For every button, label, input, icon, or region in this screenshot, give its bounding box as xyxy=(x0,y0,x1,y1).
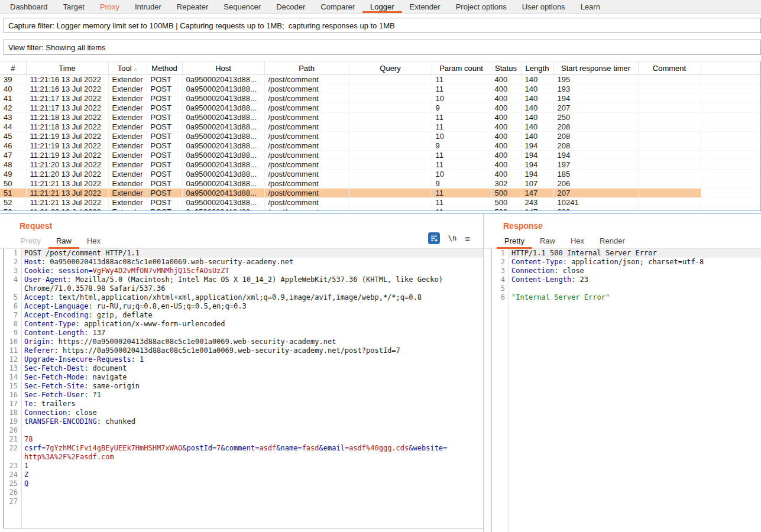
cell-comment[interactable] xyxy=(638,113,701,122)
cell-status[interactable]: 500 xyxy=(491,198,521,207)
cell-method[interactable]: POST xyxy=(147,132,182,141)
cell-time[interactable]: 11:21:18 13 Jul 2022 xyxy=(26,113,108,122)
cell-time[interactable]: 11:21:16 13 Jul 2022 xyxy=(26,85,108,94)
cell-method[interactable]: POST xyxy=(147,179,182,189)
cell-length[interactable]: 140 xyxy=(521,103,553,113)
menu-tab-intruder[interactable]: Intruder xyxy=(127,0,169,13)
cell-query[interactable] xyxy=(349,151,432,160)
cell-start-response-timer[interactable]: 250 xyxy=(553,113,638,122)
cell-method[interactable]: POST xyxy=(147,170,182,179)
cell-tool[interactable]: Extender xyxy=(108,160,147,170)
cell-path[interactable]: /post/comment xyxy=(264,151,349,160)
cell-tool[interactable]: Extender xyxy=(108,103,147,113)
cell-query[interactable] xyxy=(349,189,432,198)
cell-path[interactable]: /post/comment xyxy=(264,94,349,103)
log-row-41[interactable]: 4111:21:17 13 Jul 2022ExtenderPOST0a9500… xyxy=(0,94,760,103)
column-header-method[interactable]: Method xyxy=(147,61,182,75)
cell-query[interactable] xyxy=(349,179,432,189)
cell-status[interactable]: 400 xyxy=(491,94,521,103)
cell--[interactable]: 39 xyxy=(0,75,26,85)
cell-query[interactable] xyxy=(349,103,432,113)
column-header-comment[interactable]: Comment xyxy=(638,61,701,75)
cell-host[interactable]: 0a9500020413d88... xyxy=(182,141,264,151)
cell-status[interactable]: 400 xyxy=(491,141,521,151)
column-header-start-response-timer[interactable]: Start response timer xyxy=(553,61,638,75)
cell-time[interactable]: 11:21:19 13 Jul 2022 xyxy=(26,151,108,160)
cell-method[interactable]: POST xyxy=(147,141,182,151)
cell--[interactable]: 53 xyxy=(0,207,26,211)
cell-start-response-timer[interactable]: 197 xyxy=(553,160,638,170)
cell-host[interactable]: 0a9500020413d88... xyxy=(182,85,264,94)
cell-start-response-timer[interactable]: 208 xyxy=(553,132,638,141)
cell-status[interactable]: 400 xyxy=(491,113,521,122)
log-row-51[interactable]: 5111:21:21 13 Jul 2022ExtenderPOST0a9500… xyxy=(0,189,760,198)
cell-query[interactable] xyxy=(349,132,432,141)
menu-tab-repeater[interactable]: Repeater xyxy=(169,0,216,13)
cell-path[interactable]: /post/comment xyxy=(264,75,349,85)
cell-host[interactable]: 0a9500020413d88... xyxy=(182,198,264,207)
cell-host[interactable]: 0a9500020413d88... xyxy=(182,189,264,198)
cell-param-count[interactable]: 11 xyxy=(432,207,491,211)
cell-method[interactable]: POST xyxy=(147,75,182,85)
view-filter-bar[interactable]: View filter: Showing all items xyxy=(4,40,761,55)
menu-tab-proxy[interactable]: Proxy xyxy=(92,0,127,13)
column-header-tool[interactable]: Tool∧ xyxy=(108,61,147,75)
response-tab-pretty[interactable]: Pretty xyxy=(497,233,532,249)
cell-length[interactable]: 194 xyxy=(521,141,553,151)
cell-param-count[interactable]: 11 xyxy=(432,122,491,132)
cell-tool[interactable]: Extender xyxy=(108,179,147,189)
cell--[interactable]: 49 xyxy=(0,170,26,179)
cell-time[interactable]: 11:21:18 13 Jul 2022 xyxy=(26,122,108,132)
cell-status[interactable]: 500 xyxy=(491,207,521,211)
cell-path[interactable]: /post/comment xyxy=(264,170,349,179)
cell-path[interactable]: /post/comment xyxy=(264,198,349,207)
cell--[interactable]: 42 xyxy=(0,103,26,113)
cell-status[interactable]: 400 xyxy=(491,103,521,113)
cell-path[interactable]: /post/comment xyxy=(264,122,349,132)
cell-comment[interactable] xyxy=(638,75,701,85)
cell-time[interactable]: 11:21:17 13 Jul 2022 xyxy=(26,103,108,113)
cell-query[interactable] xyxy=(349,160,432,170)
cell-query[interactable] xyxy=(349,113,432,122)
cell-time[interactable]: 11:21:22 13 Jul 2022 xyxy=(26,207,108,211)
cell-host[interactable]: 0a9500020413d88... xyxy=(182,122,264,132)
cell-length[interactable]: 107 xyxy=(521,179,553,189)
capture-filter-bar[interactable]: Capture filter: Logger memory limit set … xyxy=(4,18,761,33)
cell-param-count[interactable]: 10 xyxy=(432,94,491,103)
cell-param-count[interactable]: 9 xyxy=(432,103,491,113)
cell-method[interactable]: POST xyxy=(147,122,182,132)
cell-status[interactable]: 302 xyxy=(491,179,521,189)
cell-tool[interactable]: Extender xyxy=(108,151,147,160)
cell-query[interactable] xyxy=(349,94,432,103)
column-header-status[interactable]: Status xyxy=(491,61,521,75)
cell-tool[interactable]: Extender xyxy=(108,170,147,179)
cell-tool[interactable]: Extender xyxy=(108,113,147,122)
cell-method[interactable]: POST xyxy=(147,113,182,122)
cell--[interactable]: 51 xyxy=(0,189,26,198)
response-tab-raw[interactable]: Raw xyxy=(532,233,563,249)
cell-time[interactable]: 11:21:21 13 Jul 2022 xyxy=(26,179,108,189)
cell-method[interactable]: POST xyxy=(147,160,182,170)
cell-length[interactable]: 140 xyxy=(521,85,553,94)
cell-status[interactable]: 500 xyxy=(491,189,521,198)
cell-length[interactable]: 194 xyxy=(521,160,553,170)
cell--[interactable]: 44 xyxy=(0,122,26,132)
cell-start-response-timer[interactable]: 207 xyxy=(553,103,638,113)
log-row-50[interactable]: 5011:21:21 13 Jul 2022ExtenderPOST0a9500… xyxy=(0,179,760,189)
cell--[interactable]: 50 xyxy=(0,179,26,189)
cell-comment[interactable] xyxy=(638,189,701,198)
cell-tool[interactable]: Extender xyxy=(108,189,147,198)
cell-query[interactable] xyxy=(349,170,432,179)
cell-tool[interactable]: Extender xyxy=(108,132,147,141)
cell-method[interactable]: POST xyxy=(147,198,182,207)
cell-start-response-timer[interactable]: 206 xyxy=(553,179,638,189)
cell-query[interactable] xyxy=(349,141,432,151)
request-editor[interactable]: 1POST /post/comment HTTP/1.12Host: 0a950… xyxy=(4,249,483,528)
cell--[interactable]: 45 xyxy=(0,132,26,141)
cell-status[interactable]: 400 xyxy=(491,122,521,132)
cell-comment[interactable] xyxy=(638,103,701,113)
cell-param-count[interactable]: 11 xyxy=(432,189,491,198)
menu-tab-user-options[interactable]: User options xyxy=(514,0,573,13)
cell-path[interactable]: /post/comment xyxy=(264,113,349,122)
log-row-44[interactable]: 4411:21:18 13 Jul 2022ExtenderPOST0a9500… xyxy=(0,122,760,132)
